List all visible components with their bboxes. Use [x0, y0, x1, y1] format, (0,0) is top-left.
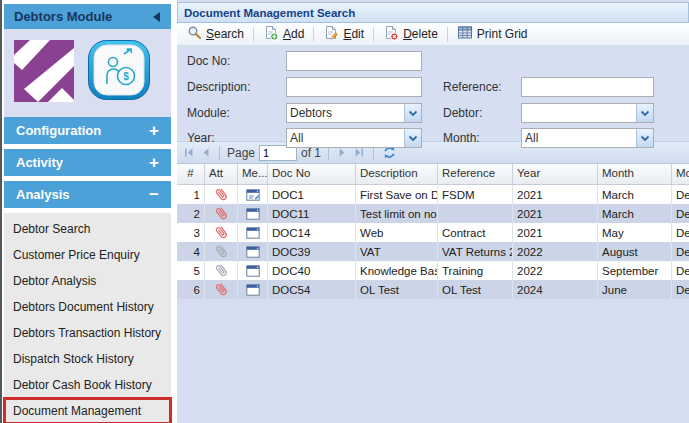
- panel-title-bar: Document Management Search: [177, 2, 689, 23]
- toolbar-separator: [447, 27, 448, 42]
- year-cell: 2022: [513, 242, 598, 261]
- debtor-select[interactable]: [521, 103, 654, 123]
- memo-icon: [246, 227, 260, 239]
- sidebar-item-dispatch-stock-history[interactable]: Dispatch Stock History: [4, 346, 171, 372]
- sidebar-item-debtors-document-history[interactable]: Debtors Document History: [4, 294, 171, 320]
- collapse-sidebar-icon[interactable]: [152, 11, 161, 23]
- svg-text:$: $: [123, 71, 129, 82]
- sidebar-item-label: Document Management: [13, 404, 141, 418]
- chevron-down-icon[interactable]: [636, 104, 653, 122]
- paperclip-icon: [211, 280, 231, 299]
- grid-row[interactable]: 3 DOC14 Web Contract 2021 May Debtors: [177, 223, 689, 242]
- attachment-cell: [205, 223, 238, 242]
- add-button[interactable]: Add: [257, 23, 310, 46]
- year-label: Year:: [187, 131, 215, 145]
- toolbar: Search Add: [177, 23, 689, 46]
- chevron-down-icon[interactable]: [404, 129, 421, 147]
- section-configuration[interactable]: Configuration +: [4, 117, 171, 144]
- memo-icon: [246, 284, 260, 296]
- chevron-down-icon[interactable]: [636, 129, 653, 147]
- column-header-description[interactable]: Description: [356, 164, 438, 184]
- memo-cell: [238, 204, 268, 223]
- reference-input[interactable]: [521, 77, 654, 97]
- expand-icon[interactable]: +: [149, 122, 159, 139]
- paperclip-icon: [211, 223, 231, 242]
- sidebar-item-document-management[interactable]: Document Management: [4, 398, 171, 423]
- module-cell: Debtors: [672, 204, 689, 223]
- column-header-module[interactable]: Module: [672, 164, 689, 184]
- memo-cell: [238, 185, 268, 204]
- module-cell: Debtors: [672, 185, 689, 204]
- search-icon: [187, 25, 202, 43]
- module-label: Module:: [187, 106, 230, 120]
- row-number-cell: 1: [177, 185, 205, 204]
- year-cell: 2022: [513, 261, 598, 280]
- sidebar-item-debtor-analysis[interactable]: Debtor Analysis: [4, 268, 171, 294]
- company-logo: [14, 40, 74, 106]
- year-select[interactable]: All: [286, 128, 422, 148]
- description-cell: VAT: [356, 242, 438, 261]
- column-header-year[interactable]: Year: [513, 164, 598, 184]
- doc-no-cell: DOC54: [268, 280, 356, 299]
- module-select[interactable]: Debtors: [286, 103, 422, 123]
- month-label: Month:: [443, 131, 480, 145]
- attachment-cell: [205, 261, 238, 280]
- row-number-cell: 4: [177, 242, 205, 261]
- sidebar-item-customer-price-enquiry[interactable]: Customer Price Enquiry: [4, 242, 171, 268]
- column-header-month[interactable]: Month: [598, 164, 672, 184]
- column-header-memo[interactable]: Me...: [238, 164, 268, 184]
- row-number-cell: 2: [177, 204, 205, 223]
- doc-no-cell: DOC1: [268, 185, 356, 204]
- toolbar-separator: [373, 27, 374, 42]
- doc-no-input[interactable]: [286, 51, 422, 71]
- grid-row[interactable]: 2 DOC11 Test limit on no... 2021 March D…: [177, 204, 689, 223]
- collapse-icon[interactable]: −: [149, 186, 159, 203]
- reference-cell: [438, 204, 513, 223]
- reference-field-wrap: [521, 77, 654, 97]
- print-grid-button[interactable]: Print Grid: [451, 23, 534, 45]
- edit-button[interactable]: Edit: [317, 23, 370, 46]
- sidebar-logo-strip: $: [4, 29, 171, 117]
- column-header-number[interactable]: #: [177, 164, 205, 184]
- description-input[interactable]: [286, 77, 422, 97]
- grid-body: 1 DOC1 First Save on D... FSDM 2021 Marc…: [177, 185, 689, 299]
- column-header-attachment[interactable]: Att: [205, 164, 238, 184]
- delete-button[interactable]: Delete: [377, 23, 444, 46]
- year-cell: 2021: [513, 185, 598, 204]
- first-page-icon[interactable]: [182, 146, 196, 159]
- debtors-module-app-icon: $: [88, 40, 150, 106]
- sidebar-item-label: Debtors Transaction History: [13, 326, 161, 340]
- grid-row[interactable]: 1 DOC1 First Save on D... FSDM 2021 Marc…: [177, 185, 689, 204]
- toolbar-separator: [313, 27, 314, 42]
- sidebar-item-debtor-search[interactable]: Debtor Search: [4, 216, 171, 242]
- reference-cell: OL Test: [438, 280, 513, 299]
- grid-row[interactable]: 6 DOC54 OL Test OL Test 2024 June Debtor…: [177, 280, 689, 299]
- section-label: Analysis: [16, 187, 69, 202]
- chevron-down-icon[interactable]: [404, 104, 421, 122]
- section-analysis[interactable]: Analysis −: [4, 181, 171, 208]
- grid-row[interactable]: 5 DOC40 Knowledge Bas... Training 2022 S…: [177, 261, 689, 280]
- debtor-label: Debtor:: [443, 106, 482, 120]
- doc-no-field-wrap: [286, 51, 422, 71]
- memo-icon: [246, 208, 260, 220]
- month-select[interactable]: All: [521, 128, 654, 148]
- memo-icon: [246, 189, 260, 201]
- module-cell: Debtors: [672, 242, 689, 261]
- toolbar-separator: [253, 27, 254, 42]
- sidebar-item-debtors-transaction-history[interactable]: Debtors Transaction History: [4, 320, 171, 346]
- module-cell: Debtors: [672, 223, 689, 242]
- column-header-reference[interactable]: Reference: [438, 164, 513, 184]
- doc-no-cell: DOC14: [268, 223, 356, 242]
- column-header-doc-no[interactable]: Doc No: [268, 164, 356, 184]
- sidebar-item-debtor-cash-book-history[interactable]: Debtor Cash Book History: [4, 372, 171, 398]
- description-cell: First Save on D...: [356, 185, 438, 204]
- prev-page-icon[interactable]: [200, 146, 212, 159]
- month-cell: March: [598, 204, 672, 223]
- search-button[interactable]: Search: [181, 23, 250, 45]
- section-activity[interactable]: Activity +: [4, 149, 171, 176]
- grid-row[interactable]: 4 DOC39 VAT VAT Returns 20... 2022 Augus…: [177, 242, 689, 261]
- expand-icon[interactable]: +: [149, 154, 159, 171]
- doc-no-cell: DOC40: [268, 261, 356, 280]
- sidebar-item-label: Debtors Document History: [13, 300, 154, 314]
- year-cell: 2021: [513, 223, 598, 242]
